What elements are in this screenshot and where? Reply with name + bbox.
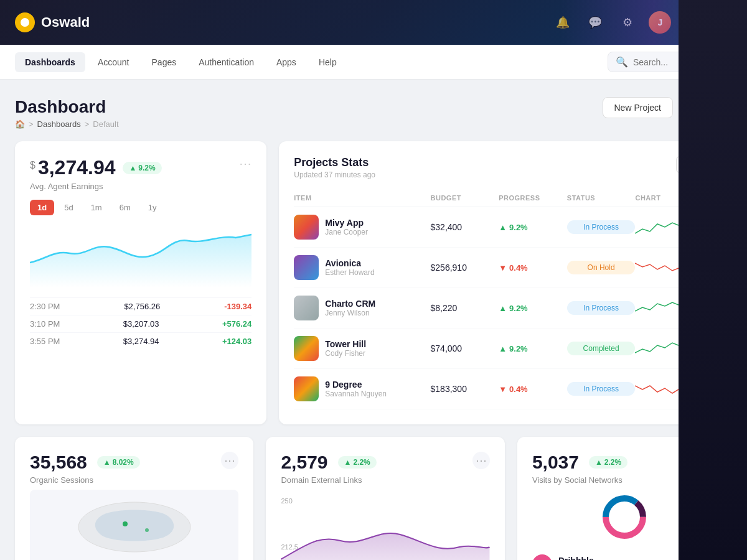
project-icon-mivy <box>294 215 319 240</box>
filter-6m[interactable]: 6m <box>112 200 138 215</box>
project-person-charto: Jenny Wilson <box>325 309 375 317</box>
project-status-tower: Completed <box>567 342 636 355</box>
project-status-9degree: In Process <box>567 382 636 396</box>
earnings-card: $ 3,274.94 ▲9.2% Avg. Agent Earnings ⋯ 1… <box>15 141 266 424</box>
project-row-tower: Tower Hill Cody Fisher $74,000 ▲9.2% Com… <box>294 329 717 369</box>
external-header: 2,579 ▲2.2% Domain External Links <box>281 452 376 485</box>
search-box[interactable]: 🔍 <box>608 52 732 72</box>
nav-apps[interactable]: Apps <box>266 52 306 72</box>
page-title: Dashboard <box>15 97 119 117</box>
col-status: STATUS <box>567 194 636 202</box>
new-project-button[interactable]: New Project <box>603 97 673 118</box>
more-options-icon[interactable]: ⋯ <box>239 156 251 171</box>
project-view-mivy[interactable]: → <box>690 218 707 236</box>
data-row-2: 3:10 PM $3,207.03 +576.24 <box>30 315 251 332</box>
external-number: 2,579 ▲2.2% <box>281 452 376 473</box>
chat-icon[interactable]: 💬 <box>584 11 606 34</box>
project-view-tower[interactable]: → <box>690 340 707 357</box>
earnings-label: Avg. Agent Earnings <box>30 182 162 191</box>
project-progress-avionica: ▼0.4% <box>499 263 567 273</box>
project-icon-9degree <box>294 376 319 401</box>
project-name-charto: Charto CRM <box>325 299 375 309</box>
project-row-mivy: Mivy App Jane Cooper $32,400 ▲9.2% In Pr… <box>294 207 717 248</box>
project-item-tower: Tower Hill Cody Fisher <box>294 336 430 361</box>
nav-help[interactable]: Help <box>309 52 347 72</box>
organic-more-icon[interactable]: ⋯ <box>221 452 238 469</box>
project-progress-tower: ▲9.2% <box>499 344 567 353</box>
project-icon-avionica <box>294 255 319 280</box>
projects-table-header: ITEM BUDGET PROGRESS STATUS CHART VIEW <box>294 189 717 207</box>
search-input[interactable] <box>633 57 724 67</box>
user-avatar[interactable]: J <box>649 11 671 34</box>
project-icon-charto <box>294 296 319 320</box>
project-view-avionica[interactable]: → <box>690 259 707 276</box>
home-icon: 🏠 <box>15 119 25 129</box>
col-budget: BUDGET <box>431 194 499 202</box>
project-view-charto[interactable]: → <box>690 299 707 317</box>
filter-1y[interactable]: 1y <box>141 200 164 215</box>
page-title-section: Dashboard 🏠 > Dashboards > Default <box>15 97 119 129</box>
project-person-tower: Cody Fisher <box>325 349 366 358</box>
data-row-1: 2:30 PM $2,756.26 -139.34 <box>30 297 251 315</box>
nav-dashboards[interactable]: Dashboards <box>15 52 85 72</box>
notifications-icon[interactable]: 🔔 <box>552 11 574 34</box>
nav-account[interactable]: Account <box>88 52 139 72</box>
project-name-9degree: 9 Degree <box>325 380 387 390</box>
external-links-card: 2,579 ▲2.2% Domain External Links ⋯ 250 … <box>266 437 504 560</box>
top-bar: Oswald 🔔 💬 ⚙ J + Invite <box>0 0 747 45</box>
earnings-badge: ▲9.2% <box>123 162 161 174</box>
filter-1m[interactable]: 1m <box>83 200 110 215</box>
social-label: Visits by Social Networks <box>532 475 627 485</box>
history-button[interactable]: History <box>676 156 717 173</box>
project-chart-avionica <box>635 258 690 277</box>
col-progress: PROGRESS <box>499 194 567 202</box>
projects-title-section: Projects Stats Updated 37 minutes ago <box>294 156 375 179</box>
share-icon[interactable]: ⚙ <box>616 11 639 34</box>
project-row-avionica: Avionica Esther Howard $256,910 ▼0.4% On… <box>294 248 717 288</box>
reports-button[interactable]: Reports <box>679 98 732 118</box>
earnings-data-rows: 2:30 PM $2,756.26 -139.34 3:10 PM $3,207… <box>30 297 251 350</box>
secondary-nav: Dashboards Account Pages Authentication … <box>0 45 747 80</box>
dribbble-name: Dribbble <box>558 556 594 560</box>
top-cards-row: $ 3,274.94 ▲9.2% Avg. Agent Earnings ⋯ 1… <box>15 141 732 424</box>
social-more-icon[interactable]: ⋯ <box>700 452 717 469</box>
invite-button[interactable]: + Invite <box>681 12 732 32</box>
nav-authentication[interactable]: Authentication <box>189 52 264 72</box>
bottom-cards-row: 35,568 ▲8.02% Organic Sessions ⋯ Canada <box>15 437 732 560</box>
project-progress-charto: ▲9.2% <box>499 304 567 313</box>
project-status-charto: In Process <box>567 301 636 315</box>
filter-1d[interactable]: 1d <box>30 200 54 215</box>
map-visualization <box>30 490 238 560</box>
project-icon-tower <box>294 336 319 361</box>
time-filters: 1d 5d 1m 6m 1y <box>30 200 251 215</box>
project-person-mivy: Jane Cooper <box>325 228 368 236</box>
earnings-value: 3,274.94 <box>38 156 116 179</box>
project-item-charto: Charto CRM Jenny Wilson <box>294 296 430 320</box>
project-budget-mivy: $32,400 <box>431 222 499 232</box>
svg-point-2 <box>145 528 149 532</box>
dribbble-info: Dribbble Community <box>558 556 594 560</box>
data-row-3: 3:55 PM $3,274.94 +124.03 <box>30 332 251 350</box>
breadcrumb-dashboards[interactable]: Dashboards <box>37 119 81 129</box>
project-view-9degree[interactable]: → <box>690 380 707 398</box>
filter-5d[interactable]: 5d <box>57 200 80 215</box>
project-budget-charto: $8,220 <box>431 303 499 313</box>
project-row-9degree: 9 Degree Savannah Nguyen $183,300 ▼0.4% … <box>294 369 717 409</box>
nav-pages[interactable]: Pages <box>142 52 187 72</box>
projects-subtitle: Updated 37 minutes ago <box>294 170 375 179</box>
project-status-avionica: On Hold <box>567 261 636 274</box>
project-item-avionica: Avionica Esther Howard <box>294 255 430 280</box>
logo-icon <box>15 12 35 32</box>
breadcrumb-default: Default <box>93 119 118 129</box>
project-item-mivy: Mivy App Jane Cooper <box>294 215 430 240</box>
project-row-charto: Charto CRM Jenny Wilson $8,220 ▲9.2% In … <box>294 288 717 329</box>
project-progress-9degree: ▼0.4% <box>499 385 567 394</box>
projects-card: Projects Stats Updated 37 minutes ago Hi… <box>279 141 732 424</box>
organic-sessions-card: 35,568 ▲8.02% Organic Sessions ⋯ Canada <box>15 437 253 560</box>
social-donut-chart <box>532 492 717 542</box>
external-more-icon[interactable]: ⋯ <box>472 452 490 469</box>
earnings-chart <box>30 225 251 287</box>
top-bar-actions: 🔔 💬 ⚙ J + Invite <box>552 11 732 34</box>
organic-badge: ▲8.02% <box>97 456 140 469</box>
dribbble-icon: D <box>532 554 552 560</box>
